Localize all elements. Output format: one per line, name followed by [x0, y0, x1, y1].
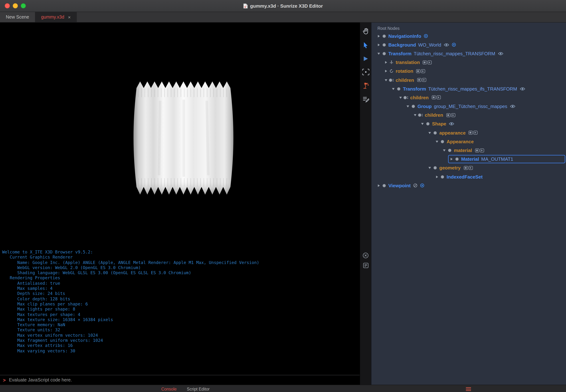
outline-row[interactable]: children [372, 93, 566, 102]
arrow-down-icon[interactable] [427, 131, 432, 134]
slash-icon[interactable] [413, 183, 417, 188]
target-icon[interactable] [424, 34, 428, 38]
outline-row[interactable]: Viewpoint [372, 181, 566, 190]
script-pencil-icon[interactable] [362, 96, 369, 103]
console-line: Max lights per shape: 8 [2, 307, 360, 312]
console-line: Max vertex attribs: 16 [2, 343, 360, 348]
chips-icon[interactable] [463, 166, 473, 170]
bottom-tab-script-editor[interactable]: Script Editor [187, 387, 210, 391]
app-window: gummy.x3d · Sunrize X3D Editor New Scene… [0, 0, 566, 392]
outline-row[interactable]: Appearance [372, 137, 566, 146]
arrow-down-icon[interactable] [420, 122, 425, 126]
console-line: Welcome to X_ITE X3D Browser v9.5.2: [2, 250, 360, 255]
chips-icon[interactable] [432, 96, 441, 100]
outline-row[interactable]: Groupgroup_ME_Tütchen_rissc_mappes [372, 102, 566, 111]
bullet-translation-icon [388, 60, 395, 64]
console-line: Max vertex uniform vectors: 1024 [2, 333, 360, 338]
eye-icon[interactable] [498, 52, 503, 56]
arrow-right-icon[interactable] [376, 43, 381, 47]
select-arrow-icon[interactable] [362, 42, 369, 49]
tab-label: New Scene [6, 14, 29, 20]
outline-selected-node: MaterialMA_OUTMAT1 [448, 155, 565, 163]
console-line: Max varying vectors: 30 [2, 348, 360, 353]
arrow-down-icon[interactable] [398, 96, 403, 99]
node-type-label: appearance [439, 130, 466, 135]
pan-hand-icon[interactable] [362, 28, 369, 35]
panel-menu-hamburger-icon[interactable] [465, 387, 471, 391]
chips-icon[interactable] [417, 78, 426, 82]
console-line: Antialiased: true [2, 281, 360, 286]
tab-close-icon[interactable]: × [68, 15, 71, 19]
outline-row[interactable]: children [372, 111, 566, 119]
chips-icon[interactable] [475, 148, 484, 153]
outline-row[interactable]: BackgroundWO_World [372, 40, 566, 49]
outline-row[interactable]: rotation [372, 67, 566, 76]
arrow-down-icon[interactable] [442, 149, 447, 152]
outline-row[interactable]: MaterialMA_OUTMAT1 [372, 155, 566, 163]
bullet-socket-icon [417, 113, 424, 117]
chips-icon[interactable] [446, 113, 456, 117]
bullet-node-icon [381, 34, 387, 38]
bullet-node-icon [432, 166, 438, 170]
console-line: Texture memory: NaN [2, 322, 360, 327]
arrow-down-icon[interactable] [376, 52, 381, 55]
outline-row[interactable]: TransformTütchen_rissc_mappes_TRANSFORM [372, 49, 566, 58]
chips-icon[interactable] [469, 131, 478, 135]
target-icon[interactable] [452, 43, 456, 47]
bullet-node-icon [381, 184, 387, 188]
arrow-down-icon[interactable] [405, 105, 410, 108]
node-type-label: children [410, 95, 429, 100]
outline-row[interactable]: translation [372, 58, 566, 67]
eye-icon[interactable] [449, 122, 454, 126]
prompt-chevron-icon: > [3, 377, 6, 383]
play-icon[interactable] [362, 56, 369, 62]
tab-new-scene[interactable]: New Scene [0, 12, 35, 22]
arrow-down-icon[interactable] [412, 114, 417, 117]
chips-icon[interactable] [416, 69, 426, 73]
outline-row[interactable]: material [372, 146, 566, 155]
eye-icon[interactable] [520, 87, 525, 91]
arrow-down-icon[interactable] [383, 78, 388, 82]
eye-icon[interactable] [510, 104, 515, 108]
arrow-right-icon[interactable] [434, 175, 439, 178]
node-type-label: Shape [432, 121, 446, 127]
viewport-3d[interactable] [0, 23, 360, 247]
arrow-down-icon[interactable] [427, 166, 432, 170]
bullet-socket-icon [403, 96, 409, 100]
bottom-tab-console[interactable]: Console [161, 387, 177, 391]
bullet-node-icon [439, 140, 446, 144]
arrow-right-icon[interactable] [383, 70, 388, 73]
console-line: WebGL version: WebGL 2.0 (OpenGL ES 3.0 … [2, 265, 360, 270]
viewfinder-icon[interactable] [362, 69, 369, 75]
close-window-button[interactable] [5, 3, 10, 8]
close-circle-icon[interactable] [362, 252, 369, 259]
outline-row[interactable]: Shape [372, 120, 566, 128]
console-input[interactable] [8, 377, 360, 383]
arrow-right-icon[interactable] [383, 61, 388, 64]
minimize-window-button[interactable] [13, 3, 18, 8]
bullet-node-icon [381, 43, 387, 47]
arrow-down-icon[interactable] [390, 87, 396, 90]
outline-row[interactable]: geometry [372, 164, 566, 172]
arrow-right-icon[interactable] [376, 184, 381, 187]
target-icon[interactable] [420, 183, 424, 188]
arrow-right-icon[interactable] [376, 34, 381, 38]
headlight-icon[interactable] [362, 82, 369, 89]
clear-console-icon[interactable] [363, 263, 369, 268]
bullet-rotation-icon [388, 69, 395, 73]
node-type-label: Viewpoint [388, 183, 411, 188]
eye-icon[interactable] [444, 43, 449, 47]
outline-row[interactable]: appearance [372, 128, 566, 137]
node-type-label: Transform [403, 86, 426, 91]
arrow-down-icon[interactable] [434, 140, 439, 143]
tab-gummy-x3d[interactable]: gummy.x3d × [35, 12, 77, 22]
zoom-window-button[interactable] [21, 3, 26, 8]
outline-row[interactable]: IndexedFaceSet [372, 172, 566, 181]
outline-row[interactable]: NavigationInfo [372, 32, 566, 40]
outline-row[interactable]: children [372, 76, 566, 84]
node-type-label: children [396, 77, 414, 83]
arrow-right-icon[interactable] [449, 157, 454, 161]
console-line: Texture units: 32 [2, 327, 360, 333]
chips-icon[interactable] [423, 60, 432, 65]
outline-row[interactable]: TransformTütchen_rissc_mappes_ifs_TRANSF… [372, 84, 566, 93]
